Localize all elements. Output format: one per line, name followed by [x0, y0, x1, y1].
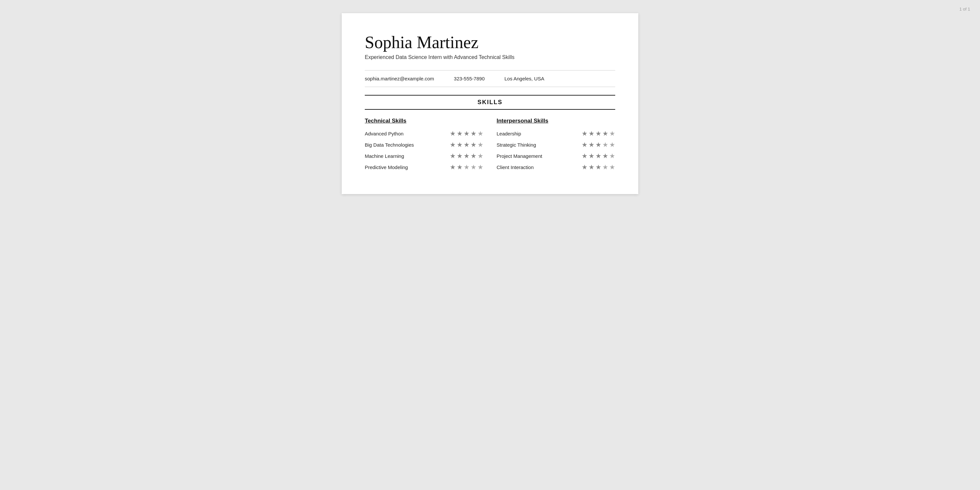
star-5: ★ [477, 163, 484, 171]
star-5: ★ [609, 152, 615, 160]
skill-name: Strategic Thinking [496, 142, 536, 148]
star-rating: ★ ★ ★ ★ ★ [582, 152, 615, 160]
star-4: ★ [471, 163, 476, 171]
star-5: ★ [477, 141, 484, 149]
skills-grid: Technical Skills Advanced Python ★ ★ ★ ★… [365, 118, 615, 174]
technical-skills-column: Technical Skills Advanced Python ★ ★ ★ ★… [365, 118, 484, 174]
star-5: ★ [477, 129, 484, 137]
skill-name: Advanced Python [365, 131, 404, 137]
star-2: ★ [589, 163, 595, 171]
star-4: ★ [471, 141, 476, 149]
contact-email: sophia.martinez@example.com [365, 76, 434, 81]
star-1: ★ [450, 163, 456, 171]
skills-section-header: SKILLS [365, 95, 615, 110]
skill-name: Big Data Technologies [365, 142, 414, 148]
interpersonal-skills-heading: Interpersonal Skills [496, 118, 615, 124]
star-1: ★ [582, 163, 587, 171]
star-1: ★ [582, 152, 587, 160]
skill-row: Project Management ★ ★ ★ ★ ★ [496, 152, 615, 160]
skill-name: Predictive Modeling [365, 164, 408, 170]
star-4: ★ [602, 163, 608, 171]
star-rating: ★ ★ ★ ★ ★ [582, 163, 615, 171]
star-1: ★ [582, 141, 587, 149]
skill-name: Client Interaction [496, 164, 534, 170]
star-1: ★ [450, 129, 456, 137]
star-2: ★ [457, 152, 463, 160]
star-1: ★ [450, 152, 456, 160]
skill-row: Machine Learning ★ ★ ★ ★ ★ [365, 152, 484, 160]
star-1: ★ [582, 129, 587, 137]
technical-skills-heading: Technical Skills [365, 118, 484, 124]
skill-name: Machine Learning [365, 153, 404, 159]
star-3: ★ [595, 129, 601, 137]
star-rating: ★ ★ ★ ★ ★ [450, 141, 484, 149]
skill-name: Project Management [496, 153, 542, 159]
star-5: ★ [609, 141, 615, 149]
resume-page: Sophia Martinez Experienced Data Science… [342, 13, 638, 194]
page-counter: 1 of 1 [959, 6, 970, 11]
star-3: ★ [595, 163, 601, 171]
star-5: ★ [609, 129, 615, 137]
star-3: ★ [464, 152, 469, 160]
star-3: ★ [595, 152, 601, 160]
skill-row: Predictive Modeling ★ ★ ★ ★ ★ [365, 163, 484, 171]
contact-location: Los Angeles, USA [504, 76, 544, 81]
star-4: ★ [602, 152, 608, 160]
star-rating: ★ ★ ★ ★ ★ [582, 129, 615, 137]
candidate-name: Sophia Martinez [365, 33, 615, 52]
skill-name: Leadership [496, 131, 521, 137]
skill-row: Strategic Thinking ★ ★ ★ ★ ★ [496, 141, 615, 149]
skill-row: Advanced Python ★ ★ ★ ★ ★ [365, 129, 484, 137]
contact-phone: 323-555-7890 [454, 76, 484, 81]
interpersonal-skills-column: Interpersonal Skills Leadership ★ ★ ★ ★ … [496, 118, 615, 174]
star-2: ★ [589, 141, 595, 149]
star-4: ★ [602, 129, 608, 137]
star-5: ★ [477, 152, 484, 160]
star-1: ★ [450, 141, 456, 149]
star-2: ★ [457, 163, 463, 171]
skill-row: Client Interaction ★ ★ ★ ★ ★ [496, 163, 615, 171]
star-4: ★ [471, 129, 476, 137]
star-rating: ★ ★ ★ ★ ★ [450, 163, 484, 171]
candidate-tagline: Experienced Data Science Intern with Adv… [365, 54, 615, 60]
skill-row: Leadership ★ ★ ★ ★ ★ [496, 129, 615, 137]
contact-section: sophia.martinez@example.com 323-555-7890… [365, 70, 615, 87]
star-4: ★ [471, 152, 476, 160]
skills-section-title: SKILLS [477, 99, 503, 105]
star-3: ★ [595, 141, 601, 149]
star-2: ★ [589, 129, 595, 137]
star-4: ★ [602, 141, 608, 149]
star-3: ★ [464, 163, 469, 171]
star-5: ★ [609, 163, 615, 171]
header-section: Sophia Martinez Experienced Data Science… [365, 33, 615, 60]
star-2: ★ [457, 129, 463, 137]
star-2: ★ [589, 152, 595, 160]
star-3: ★ [464, 129, 469, 137]
star-rating: ★ ★ ★ ★ ★ [450, 152, 484, 160]
star-3: ★ [464, 141, 469, 149]
skill-row: Big Data Technologies ★ ★ ★ ★ ★ [365, 141, 484, 149]
star-rating: ★ ★ ★ ★ ★ [582, 141, 615, 149]
star-2: ★ [457, 141, 463, 149]
star-rating: ★ ★ ★ ★ ★ [450, 129, 484, 137]
